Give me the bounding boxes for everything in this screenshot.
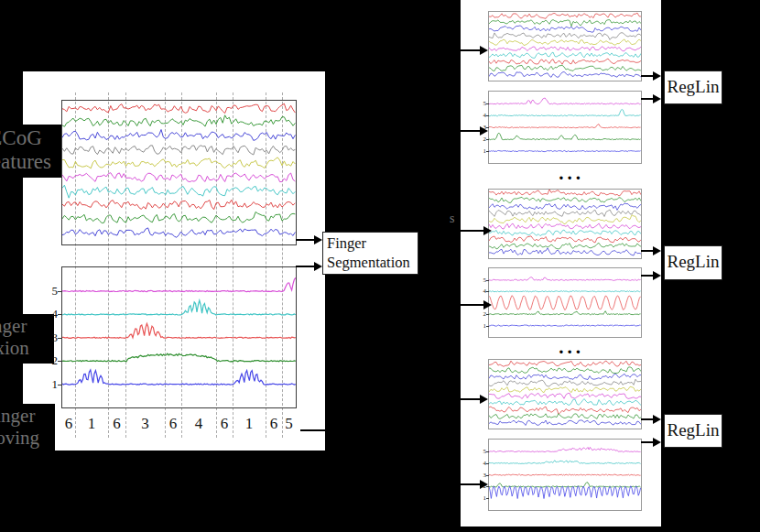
signal-trace: [489, 486, 641, 499]
finger-moving-label: Finger moving: [0, 406, 102, 450]
arrow-ecog-to-segmentation: [296, 239, 314, 241]
ellipsis-1: ...: [544, 162, 599, 185]
signal-trace: [489, 215, 641, 224]
reglin-box-2: RegLin: [664, 245, 722, 280]
label-line: moving: [0, 427, 39, 449]
signal-trace: [489, 52, 641, 58]
signal-trace: [489, 47, 641, 51]
finger-axis-tick-label: 4: [478, 460, 486, 467]
label-line: Segmentation: [327, 254, 410, 271]
signal-trace: [489, 325, 641, 326]
finger-axis-tick-label: 2: [46, 353, 58, 368]
signal-trace: [489, 203, 641, 211]
signal-trace: [489, 20, 641, 27]
signal-trace: [489, 361, 641, 366]
signal-trace: [62, 323, 296, 338]
reglin-box-3: RegLin: [664, 414, 722, 448]
signal-trace: [489, 65, 641, 71]
arrow-into-finger-3: [458, 483, 480, 485]
finger-axis-tick-label: 2: [478, 136, 486, 143]
window3-finger-plot: [488, 439, 642, 511]
signal-trace: [489, 33, 641, 40]
axis-tick: [58, 338, 62, 339]
window2-finger-plot: [488, 267, 642, 338]
finger-axis-tick-label: 1: [478, 322, 486, 330]
cropped-label-fragment: s: [450, 212, 454, 226]
figure-canvas: ECoG Features Finger flexion Finger movi…: [0, 0, 760, 532]
axis-tick: [486, 451, 489, 452]
signal-trace: [62, 185, 295, 198]
signal-trace: [489, 379, 641, 386]
sequence-label: 6: [221, 415, 229, 433]
axis-tick: [486, 291, 489, 292]
ecog-features-label: ECoG Features: [0, 126, 107, 174]
signal-trace: [62, 277, 296, 291]
arrow-ecog-3-to-reglin: [641, 418, 653, 420]
signal-trace: [62, 353, 296, 362]
finger-axis-tick-label: 4: [478, 288, 486, 295]
arrow-into-ecog-1: [458, 49, 480, 51]
axis-tick: [58, 361, 62, 362]
signal-trace: [62, 300, 296, 315]
signal-trace: [489, 125, 641, 128]
axis-tick: [58, 385, 62, 385]
ellipsis-2: ...: [544, 336, 599, 359]
signal-trace: [62, 103, 295, 114]
axis-tick: [486, 103, 489, 104]
axis-tick: [58, 291, 62, 292]
finger-axis-tick-label: 2: [478, 310, 486, 318]
finger-axis-tick-label: 4: [478, 112, 486, 119]
axis-tick: [58, 314, 62, 315]
arrow-into-ecog-2: [458, 230, 483, 232]
signal-trace: [489, 474, 641, 475]
label-line: Finger: [0, 315, 27, 337]
finger-axis-tick-label: 1: [478, 147, 486, 155]
window3-ecog-plot: [488, 359, 642, 429]
arrow-finger-3-to-reglin: [641, 441, 653, 443]
signal-trace: [489, 461, 641, 464]
arrow-ecog-1-to-reglin: [641, 75, 653, 77]
sequence-label: 6: [169, 415, 178, 433]
signal-trace: [62, 228, 295, 237]
signal-trace: [62, 115, 295, 127]
axis-tick: [486, 115, 489, 116]
signal-trace: [489, 98, 641, 104]
axis-tick: [486, 151, 489, 152]
signal-trace: [489, 243, 641, 249]
signal-trace: [489, 386, 641, 392]
finger-segmentation-box: Finger Segmentation: [322, 232, 418, 275]
finger-axis-tick-label: 3: [46, 331, 58, 345]
axis-tick: [486, 139, 489, 140]
arrow-into-finger-2: [458, 304, 483, 306]
window2-ecog-plot: [488, 189, 642, 259]
sequence-label: 4: [195, 415, 203, 433]
signal-trace: [489, 311, 641, 315]
signal-trace: [489, 393, 641, 398]
arrow-into-ecog-3: [458, 398, 480, 400]
signal-trace: [489, 110, 641, 116]
signal-trace: [489, 151, 641, 152]
finger-axis-tick-label: 5: [478, 277, 486, 284]
signal-trace: [489, 223, 641, 229]
axis-tick: [486, 314, 489, 315]
finger-axis-tick-label: 1: [478, 494, 486, 502]
signal-trace: [489, 230, 641, 236]
finger-axis-tick-label: 1: [46, 377, 58, 392]
signal-trace: [489, 374, 641, 379]
signal-trace: [489, 420, 641, 426]
signal-trace: [489, 447, 641, 451]
left-finger-plot: [61, 266, 297, 408]
finger-axis-tick-label: 5: [478, 448, 486, 455]
signal-trace: [489, 236, 641, 243]
signal-trace: [489, 197, 641, 202]
signal-trace: [489, 13, 641, 18]
finger-axis-tick-label: 4: [46, 307, 58, 321]
finger-axis-tick-label: 3: [478, 472, 486, 479]
sequence-label: 6: [113, 415, 121, 433]
reglin-box-1: RegLin: [664, 71, 722, 104]
axis-tick: [486, 475, 489, 476]
signal-trace: [489, 190, 641, 197]
arrow-finger-2-to-reglin: [641, 275, 653, 277]
signal-trace: [62, 200, 295, 210]
signal-trace: [489, 39, 641, 46]
